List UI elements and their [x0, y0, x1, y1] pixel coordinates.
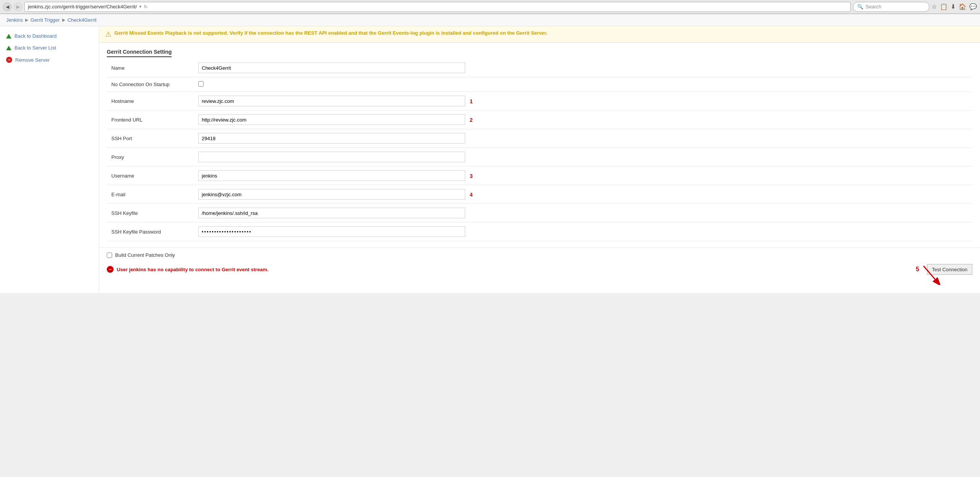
download-icon[interactable]: ⬇: [951, 3, 956, 10]
annotation-3: 3: [470, 173, 473, 179]
frontend-url-label: Frontend URL: [107, 110, 191, 129]
star-icon[interactable]: ☆: [932, 3, 937, 10]
annotation-5: 5: [916, 266, 919, 272]
back-dashboard-label: Back to Dashboard: [14, 33, 57, 39]
table-row: E-mail 4: [107, 185, 972, 204]
user-icon[interactable]: 💬: [969, 3, 977, 10]
table-row: Username 3: [107, 166, 972, 185]
table-row: No Connection On Startup: [107, 77, 972, 92]
table-row: Proxy: [107, 148, 972, 166]
remove-server-label: Remove Server: [15, 57, 50, 63]
breadcrumb-bar: Jenkins ▶ Gerrit Trigger ▶ Check4Gerrit: [0, 14, 980, 26]
hostname-label: Hostname: [107, 92, 191, 110]
circle-minus-icon: −: [6, 57, 12, 63]
toolbar-icons: ☆ 📋 ⬇ 🏠 💬: [932, 3, 977, 10]
frontend-url-input-cell: 2: [191, 110, 972, 129]
breadcrumb-gerrit-trigger[interactable]: Gerrit Trigger: [31, 17, 60, 23]
sidebar-item-back-dashboard[interactable]: Back to Dashboard: [0, 30, 99, 42]
sidebar-item-remove-server[interactable]: − Remove Server: [0, 54, 99, 66]
form-section: Gerrit Connection Setting Name No Connec…: [99, 43, 980, 247]
ssh-port-input-cell: [191, 129, 972, 148]
content-area: ⚠ Gerrit Missed Events Playback is not s…: [99, 26, 980, 293]
proxy-input[interactable]: [198, 152, 465, 162]
annotation-1: 1: [470, 98, 473, 104]
sidebar-item-back-server-list[interactable]: Back to Server List: [0, 42, 99, 54]
email-input-cell: 4: [191, 185, 972, 204]
dropdown-arrow-icon: ▼: [138, 5, 142, 9]
ssh-keyfile-input-cell: [191, 204, 972, 222]
username-wrapper: 3: [198, 170, 472, 181]
table-row: Frontend URL 2: [107, 110, 972, 129]
breadcrumb-jenkins[interactable]: Jenkins: [6, 17, 23, 23]
username-label: Username: [107, 166, 191, 185]
build-patches-label: Build Current Patches Only: [115, 252, 175, 258]
breadcrumb-sep-1: ▶: [25, 18, 28, 22]
name-input[interactable]: [198, 62, 465, 73]
search-box[interactable]: 🔍 Search: [853, 2, 929, 12]
proxy-label: Proxy: [107, 148, 191, 166]
table-row: SSH Keyfile: [107, 204, 972, 222]
table-row: SSH Port: [107, 129, 972, 148]
name-input-cell: [191, 59, 972, 77]
username-input-cell: 3: [191, 166, 972, 185]
browser-toolbar: ◀ ▶ jenkins.zjc.com/gerrit-trigger/serve…: [0, 0, 980, 14]
proxy-input-cell: [191, 148, 972, 166]
ssh-port-label: SSH Port: [107, 129, 191, 148]
hostname-input[interactable]: [198, 96, 465, 106]
no-connection-checkbox[interactable]: [198, 81, 204, 86]
refresh-icon[interactable]: ↻: [144, 4, 148, 10]
reading-list-icon[interactable]: 📋: [940, 3, 948, 10]
name-label: Name: [107, 59, 191, 77]
email-wrapper: 4: [198, 189, 472, 200]
annotation-5-wrapper: 5: [916, 266, 921, 273]
table-row: Hostname 1: [107, 92, 972, 110]
frontend-url-wrapper: 2: [198, 114, 472, 125]
arrow-up-icon-2: [6, 46, 11, 50]
home-icon[interactable]: 🏠: [959, 3, 966, 10]
arrow-svg: [920, 262, 943, 285]
table-row: SSH Keyfile Password: [107, 222, 972, 241]
ssh-keyfile-label: SSH Keyfile: [107, 204, 191, 222]
ssh-keyfile-password-label: SSH Keyfile Password: [107, 222, 191, 241]
browser-chrome: ◀ ▶ jenkins.zjc.com/gerrit-trigger/serve…: [0, 0, 980, 14]
username-input[interactable]: [198, 170, 465, 181]
no-connection-label: No Connection On Startup: [107, 77, 191, 92]
hostname-input-cell: 1: [191, 92, 972, 110]
bottom-section: Build Current Patches Only − User jenkin…: [99, 247, 980, 284]
error-row: − User jenkins has no capability to conn…: [107, 264, 972, 275]
test-connection-area: 5 Test Connection: [916, 264, 972, 275]
ssh-keyfile-password-input[interactable]: [198, 226, 465, 237]
hostname-wrapper: 1: [198, 96, 472, 106]
warning-banner: ⚠ Gerrit Missed Events Playback is not s…: [99, 26, 980, 43]
no-connection-input-cell: [191, 77, 972, 92]
error-icon: −: [107, 266, 114, 273]
frontend-url-input[interactable]: [198, 114, 465, 125]
build-patches-checkbox[interactable]: [107, 253, 112, 258]
ssh-keyfile-input[interactable]: [198, 208, 465, 218]
table-row: Name: [107, 59, 972, 77]
email-input[interactable]: [198, 189, 465, 200]
main-layout: Back to Dashboard Back to Server List − …: [0, 26, 980, 293]
form-title: Gerrit Connection Setting: [107, 49, 172, 57]
url-text: jenkins.zjc.com/gerrit-trigger/server/Ch…: [28, 4, 137, 10]
sidebar: Back to Dashboard Back to Server List − …: [0, 26, 99, 293]
warning-text: Gerrit Missed Events Playback is not sup…: [114, 30, 548, 36]
build-patches-row: Build Current Patches Only: [107, 252, 972, 258]
back-server-list-label: Back to Server List: [14, 45, 56, 51]
back-button[interactable]: ◀: [3, 3, 11, 11]
error-left: − User jenkins has no capability to conn…: [107, 266, 268, 273]
form-table: Name No Connection On Startup Hostname: [107, 59, 972, 241]
search-icon: 🔍: [857, 4, 863, 10]
svg-line-1: [924, 266, 935, 279]
forward-button[interactable]: ▶: [14, 3, 22, 11]
breadcrumb-sep-2: ▶: [62, 18, 65, 22]
breadcrumb-check4gerrit[interactable]: Check4Gerrit: [67, 17, 97, 23]
ssh-keyfile-password-input-cell: [191, 222, 972, 241]
annotation-2: 2: [470, 117, 473, 123]
annotation-4: 4: [470, 192, 473, 198]
address-bar[interactable]: jenkins.zjc.com/gerrit-trigger/server/Ch…: [24, 2, 851, 12]
error-text: User jenkins has no capability to connec…: [117, 267, 268, 272]
search-placeholder: Search: [866, 4, 881, 10]
ssh-port-input[interactable]: [198, 133, 465, 144]
arrow-up-icon: [6, 34, 11, 38]
